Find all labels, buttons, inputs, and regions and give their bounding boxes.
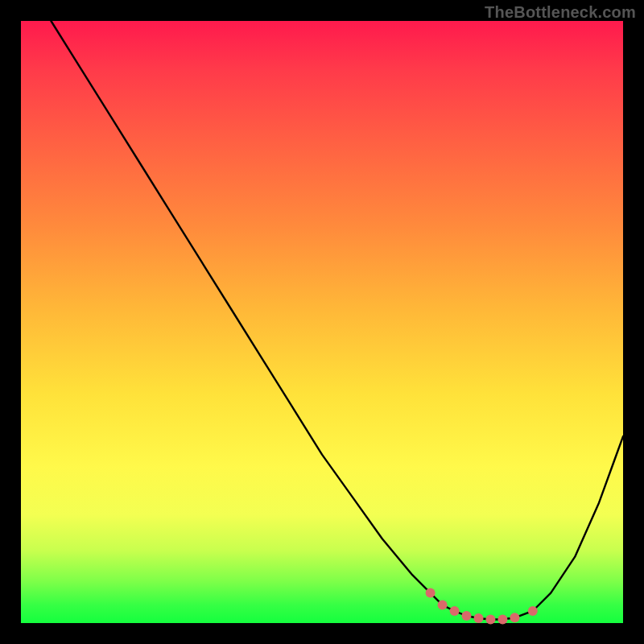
optimal-marker [462, 611, 472, 621]
optimal-marker [438, 601, 448, 610]
chart-frame: TheBottleneck.com [0, 0, 644, 644]
curve-layer [21, 21, 623, 623]
watermark: TheBottleneck.com [485, 3, 636, 22]
bottleneck-curve [51, 21, 623, 620]
optimal-markers [426, 588, 538, 625]
optimal-marker [426, 588, 436, 598]
optimal-marker [450, 606, 460, 616]
optimal-marker [485, 615, 495, 625]
optimal-marker [510, 613, 519, 622]
optimal-marker [528, 606, 538, 616]
optimal-marker [497, 615, 507, 625]
plot-area [21, 21, 623, 623]
optimal-marker [474, 613, 484, 623]
